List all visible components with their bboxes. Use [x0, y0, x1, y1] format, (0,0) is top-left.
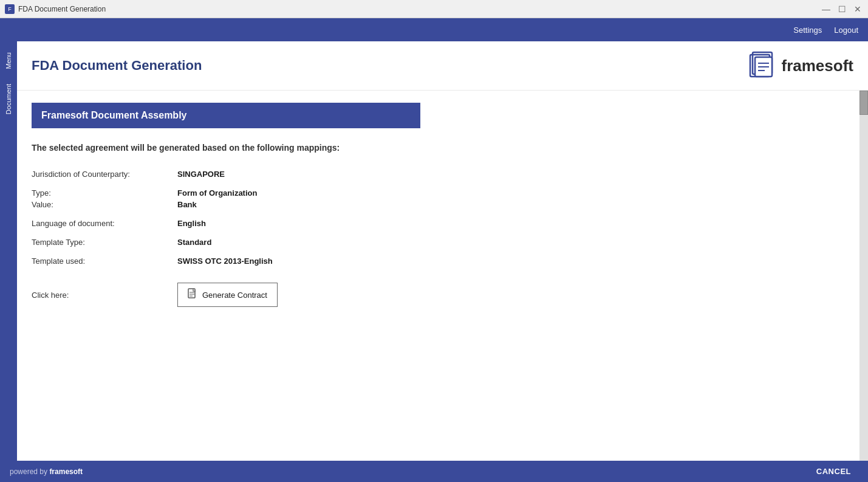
value-language: English [177, 219, 206, 228]
mapping-template-used: Template used: SWISS OTC 2013-English [32, 256, 845, 266]
value-type-value: Form of Organization Bank [177, 188, 257, 209]
generate-contract-button[interactable]: Generate Contract [177, 283, 278, 307]
mapping-language: Language of document: English [32, 219, 845, 228]
title-bar-left: F FDA Document Generation [5, 4, 106, 14]
footer: powered by framesoft CANCEL [0, 461, 868, 482]
powered-by: powered by framesoft [10, 467, 83, 476]
logo-icon [748, 51, 777, 80]
logo-area: framesoft [748, 51, 853, 80]
sidebar: Menu Document [0, 41, 17, 461]
value-template-type: Standard [177, 238, 211, 247]
window-title: FDA Document Generation [18, 5, 106, 13]
logo-text: framesoft [782, 57, 853, 75]
scrollbar-track[interactable] [859, 91, 868, 461]
click-here-row: Click here: Generate Contract [32, 283, 845, 307]
svg-rect-6 [188, 289, 195, 298]
app-header: FDA Document Generation framesoft [17, 41, 868, 91]
description: The selected agreement will be generated… [32, 143, 845, 153]
powered-by-prefix: powered by [10, 467, 49, 476]
value-jurisdiction: SINGAPORE [177, 170, 225, 179]
powered-by-brand: framesoft [49, 467, 83, 476]
scrollbar-thumb[interactable] [859, 91, 868, 115]
sidebar-item-menu[interactable]: Menu [2, 47, 15, 74]
mapping-jurisdiction: Jurisdiction of Counterparty: SINGAPORE [32, 170, 845, 179]
content-panel: FDA Document Generation framesoft Frames… [17, 41, 868, 461]
top-nav: Settings Logout [0, 18, 868, 41]
maximize-button[interactable]: ☐ [836, 4, 847, 15]
mapping-template-type: Template Type: Standard [32, 238, 845, 247]
value-template-used: SWISS OTC 2013-English [177, 256, 273, 266]
close-button[interactable]: ✕ [852, 4, 863, 15]
scroll-area[interactable]: Framesoft Document Assembly The selected… [17, 91, 859, 461]
cancel-button[interactable]: CANCEL [809, 464, 858, 478]
label-template-used: Template used: [32, 256, 177, 266]
minimize-button[interactable]: — [821, 4, 832, 15]
scroll-container: Framesoft Document Assembly The selected… [17, 91, 868, 461]
sidebar-item-document[interactable]: Document [2, 79, 15, 119]
click-here-label: Click here: [32, 291, 177, 300]
title-bar: F FDA Document Generation — ☐ ✕ [0, 0, 868, 18]
label-template-type: Template Type: [32, 238, 177, 247]
generate-contract-label: Generate Contract [202, 291, 267, 300]
label-jurisdiction: Jurisdiction of Counterparty: [32, 170, 177, 179]
app-icon: F [5, 4, 15, 14]
section-header: Framesoft Document Assembly [32, 103, 420, 128]
main-wrapper: Menu Document FDA Document Generation fr… [0, 41, 868, 461]
document-icon [188, 288, 197, 301]
label-language: Language of document: [32, 219, 177, 228]
label-type-value: Type: Value: [32, 188, 177, 209]
app-title: FDA Document Generation [32, 58, 202, 74]
mapping-type-value: Type: Value: Form of Organization Bank [32, 188, 845, 209]
settings-link[interactable]: Settings [793, 26, 822, 35]
title-bar-controls[interactable]: — ☐ ✕ [821, 4, 863, 15]
logout-link[interactable]: Logout [834, 26, 858, 35]
